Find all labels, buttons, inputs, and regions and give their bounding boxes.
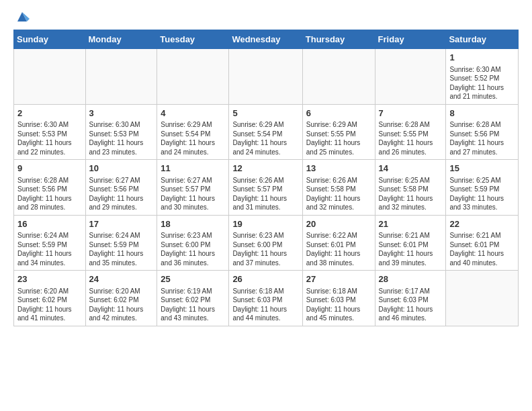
calendar-cell: 24Sunrise: 6:20 AM Sunset: 6:02 PM Dayli… bbox=[85, 271, 157, 326]
calendar-cell: 25Sunrise: 6:19 AM Sunset: 6:02 PM Dayli… bbox=[157, 271, 229, 326]
logo bbox=[13, 11, 30, 23]
calendar-cell: 28Sunrise: 6:17 AM Sunset: 6:03 PM Dayli… bbox=[375, 271, 446, 326]
calendar-cell: 6Sunrise: 6:29 AM Sunset: 5:55 PM Daylig… bbox=[302, 104, 375, 160]
day-number: 8 bbox=[449, 107, 515, 120]
week-row-1: 2Sunrise: 6:30 AM Sunset: 5:53 PM Daylig… bbox=[14, 104, 519, 160]
day-number: 5 bbox=[232, 107, 298, 120]
calendar-cell: 27Sunrise: 6:18 AM Sunset: 6:03 PM Dayli… bbox=[302, 271, 375, 326]
weekday-header-monday: Monday bbox=[85, 30, 157, 49]
day-number: 18 bbox=[161, 218, 225, 230]
day-info: Sunrise: 6:21 AM Sunset: 6:01 PM Dayligh… bbox=[449, 232, 504, 267]
calendar-cell: 4Sunrise: 6:29 AM Sunset: 5:54 PM Daylig… bbox=[157, 104, 229, 160]
day-number: 21 bbox=[379, 218, 443, 230]
day-number: 25 bbox=[161, 273, 225, 285]
calendar-cell: 8Sunrise: 6:28 AM Sunset: 5:56 PM Daylig… bbox=[446, 104, 519, 160]
logo-icon bbox=[15, 9, 30, 24]
week-row-3: 16Sunrise: 6:24 AM Sunset: 5:59 PM Dayli… bbox=[14, 215, 519, 271]
calendar-cell bbox=[14, 49, 86, 105]
calendar-cell bbox=[85, 49, 157, 105]
calendar-cell: 20Sunrise: 6:22 AM Sunset: 6:01 PM Dayli… bbox=[302, 215, 375, 271]
calendar-cell: 9Sunrise: 6:28 AM Sunset: 5:56 PM Daylig… bbox=[14, 160, 86, 216]
day-number: 15 bbox=[449, 163, 515, 175]
day-number: 10 bbox=[89, 163, 154, 175]
calendar-cell: 5Sunrise: 6:29 AM Sunset: 5:54 PM Daylig… bbox=[229, 104, 302, 160]
weekday-header-thursday: Thursday bbox=[302, 30, 375, 49]
day-number: 16 bbox=[17, 218, 82, 230]
day-number: 13 bbox=[306, 163, 371, 175]
day-number: 28 bbox=[379, 273, 443, 285]
calendar-cell: 1Sunrise: 6:30 AM Sunset: 5:52 PM Daylig… bbox=[446, 49, 519, 105]
day-number: 14 bbox=[379, 163, 443, 175]
day-info: Sunrise: 6:23 AM Sunset: 6:00 PM Dayligh… bbox=[161, 232, 215, 267]
calendar-cell: 11Sunrise: 6:27 AM Sunset: 5:57 PM Dayli… bbox=[157, 160, 229, 216]
week-row-2: 9Sunrise: 6:28 AM Sunset: 5:56 PM Daylig… bbox=[14, 160, 519, 216]
calendar-cell: 19Sunrise: 6:23 AM Sunset: 6:00 PM Dayli… bbox=[229, 215, 302, 271]
day-info: Sunrise: 6:28 AM Sunset: 5:56 PM Dayligh… bbox=[449, 121, 504, 156]
day-number: 11 bbox=[161, 163, 225, 175]
day-info: Sunrise: 6:19 AM Sunset: 6:02 PM Dayligh… bbox=[161, 287, 215, 322]
calendar-cell: 14Sunrise: 6:25 AM Sunset: 5:58 PM Dayli… bbox=[375, 160, 446, 216]
day-number: 23 bbox=[17, 273, 82, 285]
calendar-cell bbox=[302, 49, 375, 105]
day-info: Sunrise: 6:26 AM Sunset: 5:58 PM Dayligh… bbox=[306, 177, 361, 212]
calendar-cell bbox=[375, 49, 446, 105]
day-info: Sunrise: 6:29 AM Sunset: 5:55 PM Dayligh… bbox=[306, 121, 361, 156]
calendar-cell: 16Sunrise: 6:24 AM Sunset: 5:59 PM Dayli… bbox=[14, 215, 86, 271]
calendar-cell: 18Sunrise: 6:23 AM Sunset: 6:00 PM Dayli… bbox=[157, 215, 229, 271]
week-row-4: 23Sunrise: 6:20 AM Sunset: 6:02 PM Dayli… bbox=[14, 271, 519, 326]
calendar-cell bbox=[446, 271, 519, 326]
calendar: SundayMondayTuesdayWednesdayThursdayFrid… bbox=[13, 30, 519, 326]
day-info: Sunrise: 6:18 AM Sunset: 6:03 PM Dayligh… bbox=[232, 287, 287, 322]
day-number: 2 bbox=[17, 107, 82, 120]
day-number: 20 bbox=[306, 218, 371, 230]
day-info: Sunrise: 6:26 AM Sunset: 5:57 PM Dayligh… bbox=[232, 177, 287, 212]
day-number: 19 bbox=[232, 218, 298, 230]
day-number: 17 bbox=[89, 218, 154, 230]
weekday-header-saturday: Saturday bbox=[446, 30, 519, 49]
calendar-cell: 21Sunrise: 6:21 AM Sunset: 6:01 PM Dayli… bbox=[375, 215, 446, 271]
weekday-header-tuesday: Tuesday bbox=[157, 30, 229, 49]
calendar-cell: 23Sunrise: 6:20 AM Sunset: 6:02 PM Dayli… bbox=[14, 271, 86, 326]
day-info: Sunrise: 6:20 AM Sunset: 6:02 PM Dayligh… bbox=[89, 287, 144, 322]
calendar-cell bbox=[229, 49, 302, 105]
day-info: Sunrise: 6:29 AM Sunset: 5:54 PM Dayligh… bbox=[232, 121, 287, 156]
day-number: 22 bbox=[449, 218, 515, 230]
day-info: Sunrise: 6:30 AM Sunset: 5:53 PM Dayligh… bbox=[89, 121, 144, 156]
day-info: Sunrise: 6:20 AM Sunset: 6:02 PM Dayligh… bbox=[17, 287, 72, 322]
weekday-header-sunday: Sunday bbox=[14, 30, 86, 49]
day-number: 7 bbox=[379, 107, 443, 120]
day-info: Sunrise: 6:18 AM Sunset: 6:03 PM Dayligh… bbox=[306, 287, 361, 322]
day-info: Sunrise: 6:22 AM Sunset: 6:01 PM Dayligh… bbox=[306, 232, 361, 267]
weekday-header-friday: Friday bbox=[375, 30, 446, 49]
calendar-cell: 13Sunrise: 6:26 AM Sunset: 5:58 PM Dayli… bbox=[302, 160, 375, 216]
weekday-header-row: SundayMondayTuesdayWednesdayThursdayFrid… bbox=[14, 30, 519, 49]
calendar-cell: 7Sunrise: 6:28 AM Sunset: 5:55 PM Daylig… bbox=[375, 104, 446, 160]
calendar-cell: 3Sunrise: 6:30 AM Sunset: 5:53 PM Daylig… bbox=[85, 104, 157, 160]
day-info: Sunrise: 6:21 AM Sunset: 6:01 PM Dayligh… bbox=[379, 232, 433, 267]
day-info: Sunrise: 6:23 AM Sunset: 6:00 PM Dayligh… bbox=[232, 232, 287, 267]
page: SundayMondayTuesdayWednesdayThursdayFrid… bbox=[0, 0, 532, 411]
day-info: Sunrise: 6:25 AM Sunset: 5:58 PM Dayligh… bbox=[379, 177, 433, 212]
calendar-cell: 22Sunrise: 6:21 AM Sunset: 6:01 PM Dayli… bbox=[446, 215, 519, 271]
day-info: Sunrise: 6:24 AM Sunset: 5:59 PM Dayligh… bbox=[89, 232, 144, 267]
calendar-cell: 17Sunrise: 6:24 AM Sunset: 5:59 PM Dayli… bbox=[85, 215, 157, 271]
header bbox=[13, 11, 519, 23]
day-info: Sunrise: 6:28 AM Sunset: 5:55 PM Dayligh… bbox=[379, 121, 433, 156]
day-number: 6 bbox=[306, 107, 371, 120]
day-number: 4 bbox=[161, 107, 225, 120]
day-number: 24 bbox=[89, 273, 154, 285]
day-info: Sunrise: 6:25 AM Sunset: 5:59 PM Dayligh… bbox=[449, 177, 504, 212]
day-number: 27 bbox=[306, 273, 371, 285]
day-number: 12 bbox=[232, 163, 298, 175]
day-info: Sunrise: 6:27 AM Sunset: 5:57 PM Dayligh… bbox=[161, 177, 215, 212]
day-info: Sunrise: 6:28 AM Sunset: 5:56 PM Dayligh… bbox=[17, 177, 72, 212]
calendar-cell: 2Sunrise: 6:30 AM Sunset: 5:53 PM Daylig… bbox=[14, 104, 86, 160]
day-number: 9 bbox=[17, 163, 82, 175]
calendar-cell: 15Sunrise: 6:25 AM Sunset: 5:59 PM Dayli… bbox=[446, 160, 519, 216]
day-info: Sunrise: 6:29 AM Sunset: 5:54 PM Dayligh… bbox=[161, 121, 215, 156]
day-number: 1 bbox=[449, 52, 515, 64]
day-info: Sunrise: 6:27 AM Sunset: 5:56 PM Dayligh… bbox=[89, 177, 144, 212]
weekday-header-wednesday: Wednesday bbox=[229, 30, 302, 49]
day-info: Sunrise: 6:30 AM Sunset: 5:52 PM Dayligh… bbox=[449, 66, 504, 101]
calendar-cell: 12Sunrise: 6:26 AM Sunset: 5:57 PM Dayli… bbox=[229, 160, 302, 216]
